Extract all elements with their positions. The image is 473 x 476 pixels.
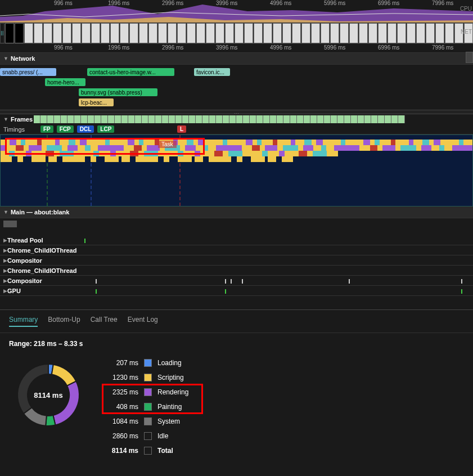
tab-event-log[interactable]: Event Log xyxy=(128,316,158,327)
frame-item[interactable] xyxy=(121,115,128,123)
filmstrip-frame[interactable] xyxy=(5,23,14,43)
filmstrip-frame[interactable] xyxy=(416,23,425,43)
frame-item[interactable] xyxy=(236,115,243,123)
filmstrip-frame[interactable] xyxy=(129,23,138,43)
filmstrip-frame[interactable] xyxy=(235,23,244,43)
filmstrip-frame[interactable] xyxy=(62,23,71,43)
frame-item[interactable] xyxy=(209,115,216,123)
thread-pool-track[interactable]: ▶ Thread Pool xyxy=(0,235,473,245)
filmstrip-frame[interactable] xyxy=(330,23,339,43)
frame-item[interactable] xyxy=(115,115,121,123)
filmstrip-frame[interactable] xyxy=(215,23,224,43)
frame-item[interactable] xyxy=(223,115,229,123)
filmstrip-frame[interactable] xyxy=(445,23,454,43)
network-item[interactable]: bunny.svg (snabb.press) xyxy=(79,88,157,96)
childio-track-2[interactable]: ▶ Chrome_ChildIOThread xyxy=(0,266,473,276)
compositor-track-2[interactable]: ▶ Compositor xyxy=(0,276,473,286)
frame-item[interactable] xyxy=(148,115,155,123)
frame-item[interactable] xyxy=(229,115,236,123)
frame-item[interactable] xyxy=(358,115,364,123)
filmstrip-frame[interactable] xyxy=(225,23,234,43)
frame-item[interactable] xyxy=(324,115,331,123)
frame-item[interactable] xyxy=(34,115,40,123)
filmstrip-frame[interactable] xyxy=(206,23,215,43)
filmstrip-frame[interactable] xyxy=(101,23,110,43)
frame-item[interactable] xyxy=(337,115,344,123)
frame-item[interactable] xyxy=(61,115,67,123)
frame-item[interactable] xyxy=(162,115,169,123)
frame-item[interactable] xyxy=(81,115,88,123)
filmstrip-frame[interactable] xyxy=(359,23,368,43)
timing-badge-l[interactable]: L xyxy=(177,125,186,133)
frame-item[interactable] xyxy=(175,115,182,123)
filmstrip-frame[interactable] xyxy=(187,23,196,43)
filmstrip-frame[interactable] xyxy=(43,23,52,43)
frame-item[interactable] xyxy=(67,115,74,123)
filmstrip-frame[interactable] xyxy=(321,23,330,43)
main-track[interactable]: Task xyxy=(0,134,473,206)
filmstrip-frame[interactable] xyxy=(158,23,167,43)
main-about-header[interactable]: ▼ Main — about:blank xyxy=(0,206,473,218)
frame-item[interactable] xyxy=(189,115,196,123)
filmstrip-frame[interactable] xyxy=(34,23,43,43)
network-body[interactable]: snabb.press/ (...contact-us-hero-image.w… xyxy=(0,65,473,110)
frame-item[interactable] xyxy=(364,115,371,123)
filmstrip-frame[interactable] xyxy=(349,23,358,43)
tab-summary[interactable]: Summary xyxy=(9,316,38,327)
frame-item[interactable] xyxy=(391,115,398,123)
frame-item[interactable] xyxy=(290,115,297,123)
timing-badge-dcl[interactable]: DCL xyxy=(77,125,94,133)
ruler[interactable]: 996 ms1996 ms2996 ms3996 ms4996 ms5996 m… xyxy=(0,44,473,53)
overview-timeline[interactable]: CPU 996 ms1996 ms2996 ms3996 ms4996 ms59… xyxy=(0,0,473,23)
filmstrip-frame[interactable] xyxy=(397,23,406,43)
frame-item[interactable] xyxy=(310,115,317,123)
frame-item[interactable] xyxy=(74,115,81,123)
timing-badge-lcp[interactable]: LCP xyxy=(97,125,114,133)
filmstrip-frame[interactable] xyxy=(196,23,205,43)
frame-item[interactable] xyxy=(351,115,358,123)
filmstrip-frame[interactable] xyxy=(139,23,148,43)
filmstrip-frame[interactable] xyxy=(263,23,272,43)
filmstrip-frame[interactable] xyxy=(301,23,310,43)
frame-item[interactable] xyxy=(317,115,324,123)
frame-item[interactable] xyxy=(40,115,47,123)
resize-handle[interactable]: ··· xyxy=(0,110,473,114)
filmstrip-frame[interactable] xyxy=(24,23,33,43)
frame-item[interactable] xyxy=(54,115,61,123)
frame-item[interactable] xyxy=(398,115,405,123)
frame-item[interactable] xyxy=(202,115,209,123)
childio-track-1[interactable]: ▶ Chrome_ChildIOThread xyxy=(0,245,473,255)
filmstrip-frame[interactable] xyxy=(368,23,377,43)
frame-item[interactable] xyxy=(142,115,148,123)
filmstrip-frame[interactable] xyxy=(311,23,320,43)
frame-item[interactable] xyxy=(169,115,175,123)
filmstrip-frame[interactable] xyxy=(378,23,387,43)
network-item[interactable]: favicon.ic... xyxy=(194,68,230,76)
filmstrip-frame[interactable] xyxy=(15,23,24,43)
frame-item[interactable] xyxy=(135,115,142,123)
filmstrip-frame[interactable] xyxy=(292,23,301,43)
filmstrip-frame[interactable] xyxy=(340,23,349,43)
filmstrip-frame[interactable] xyxy=(53,23,62,43)
network-item[interactable]: home-hero... xyxy=(45,78,85,86)
frame-item[interactable] xyxy=(344,115,351,123)
filmstrip-frame[interactable] xyxy=(244,23,253,43)
gpu-track[interactable]: ▶ GPU xyxy=(0,286,473,296)
frame-item[interactable] xyxy=(385,115,391,123)
filmstrip-frame[interactable] xyxy=(273,23,282,43)
frame-item[interactable] xyxy=(47,115,54,123)
frame-item[interactable] xyxy=(371,115,378,123)
frames-track[interactable]: ▼ Frames 5.3 ms xyxy=(0,114,473,124)
filmstrip-frame[interactable] xyxy=(168,23,177,43)
main-about-body[interactable] xyxy=(0,218,473,235)
flame-row[interactable] xyxy=(1,156,472,162)
frame-item[interactable] xyxy=(155,115,162,123)
frame-item[interactable] xyxy=(101,115,108,123)
frame-item[interactable] xyxy=(256,115,263,123)
filmstrip-frame[interactable] xyxy=(82,23,91,43)
filmstrip-frame[interactable] xyxy=(72,23,81,43)
frame-item[interactable] xyxy=(94,115,101,123)
frame-item[interactable] xyxy=(263,115,270,123)
timings-track[interactable]: Timings FPFCPDCLLCPL xyxy=(0,124,473,134)
tab-bottom-up[interactable]: Bottom-Up xyxy=(48,316,80,327)
